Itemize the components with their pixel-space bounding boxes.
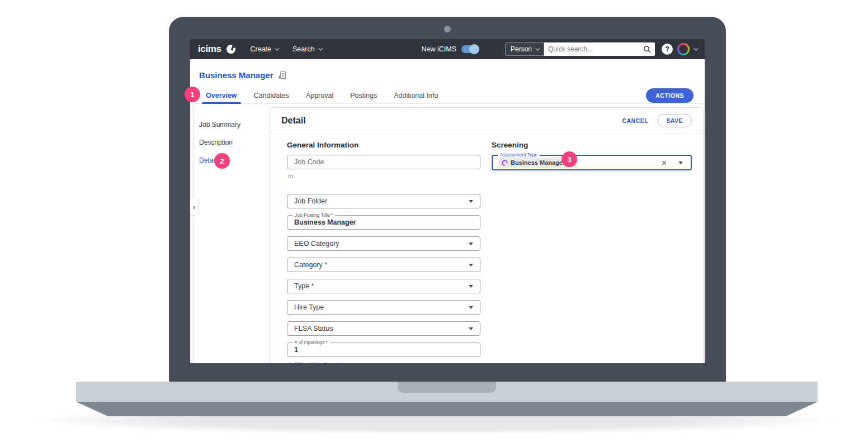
job-profile-icon	[278, 71, 286, 79]
screening-heading: Screening	[492, 141, 692, 149]
chevron-right-icon: ›	[193, 203, 195, 211]
detail-card-header: Detail CANCEL SAVE	[270, 108, 703, 134]
collapsed-panel-rail	[190, 104, 195, 363]
chevron-down-icon	[275, 46, 279, 50]
screening-section: Screening Assessment Type	[492, 141, 692, 363]
assessment-type-label: Assessment Type	[498, 152, 540, 158]
eeo-category-select[interactable]: EEO Category	[287, 236, 480, 251]
openings-value: 1	[294, 346, 298, 354]
openings-input[interactable]: # of Openings * 1	[287, 343, 480, 357]
job-posting-title-input[interactable]: Job Posting Title * Business Manager	[287, 215, 480, 230]
annotation-step-1: 1	[185, 87, 200, 102]
clear-icon[interactable]: ✕	[661, 159, 667, 167]
dropdown-caret-icon	[469, 200, 473, 203]
search-icon[interactable]	[643, 45, 651, 53]
sidebar-item-detail[interactable]: Detail	[199, 156, 270, 164]
hire-type-select[interactable]: Hire Type	[287, 300, 480, 315]
tab-bar: Overview Candidates Approval Postings Ad…	[190, 87, 705, 104]
search-scope-dropdown[interactable]: Person	[505, 42, 544, 56]
general-information-heading: General Information	[287, 141, 480, 149]
laptop-mockup: 1 2 3 icims Create Search	[0, 0, 868, 447]
laptop-base-edge	[76, 402, 818, 416]
tab-candidates[interactable]: Candidates	[254, 87, 289, 103]
profile-chevron-down-icon[interactable]	[694, 46, 698, 50]
remaining-openings-label: # of Remaining Openings	[288, 362, 480, 363]
assessment-chip-label: Business Manager	[511, 159, 565, 166]
save-button[interactable]: SAVE	[657, 114, 692, 127]
quick-search-group: Person	[505, 42, 655, 56]
chevron-down-icon	[535, 46, 540, 50]
laptop-base-notch	[398, 382, 496, 393]
content-body: › Job Summary Description Detail Detail …	[190, 104, 705, 363]
detail-card-columns: General Information Job Code ID Job Fold…	[270, 134, 703, 363]
job-folder-label: Job Folder	[294, 197, 327, 205]
dropdown-caret-icon	[469, 306, 473, 309]
laptop-base	[76, 382, 818, 402]
dropdown-caret-icon[interactable]	[678, 161, 683, 164]
dropdown-caret-icon	[469, 285, 473, 288]
category-select[interactable]: Category *	[287, 258, 480, 272]
assessment-vendor-icon	[502, 160, 508, 166]
icims-logo[interactable]: icims	[198, 44, 221, 55]
annotation-step-3: 3	[562, 151, 577, 167]
quick-search-box	[544, 42, 655, 56]
webcam-dot	[444, 26, 451, 32]
dropdown-caret-icon	[469, 327, 473, 330]
detail-card-title: Detail	[281, 116, 306, 126]
annotation-step-2: 2	[214, 153, 230, 169]
chevron-down-icon	[318, 46, 323, 50]
flsa-status-label: FLSA Status	[294, 325, 333, 332]
expand-panel-handle[interactable]: ›	[190, 198, 199, 215]
tab-overview[interactable]: Overview	[206, 87, 237, 103]
icims-logo-mark-icon	[227, 45, 235, 54]
sidebar-item-description[interactable]: Description	[199, 139, 270, 146]
dropdown-caret-icon	[469, 264, 473, 267]
tab-approval[interactable]: Approval	[306, 87, 333, 103]
create-menu[interactable]: Create	[250, 45, 278, 53]
new-icims-toggle[interactable]	[461, 45, 478, 53]
help-icon[interactable]: ?	[662, 44, 673, 55]
avatar[interactable]	[677, 43, 690, 55]
quick-search-input[interactable]	[548, 45, 643, 53]
cancel-button[interactable]: CANCEL	[622, 117, 648, 124]
avatar-image	[679, 45, 688, 54]
new-icims-label: New iCIMS	[421, 45, 456, 53]
section-sidebar: Job Summary Description Detail	[195, 104, 270, 363]
job-folder-select[interactable]: Job Folder	[287, 194, 480, 208]
new-icims-toggle-group: New iCIMS	[421, 45, 478, 53]
top-navbar: icims Create Search	[190, 39, 705, 59]
tab-additional-info[interactable]: Additional Info	[394, 87, 438, 103]
openings-label: # of Openings *	[293, 340, 330, 345]
app-screen: icims Create Search	[190, 39, 705, 363]
general-information-section: General Information Job Code ID Job Fold…	[287, 141, 480, 363]
job-code-input[interactable]: Job Code	[287, 155, 480, 169]
hire-type-label: Hire Type	[294, 303, 324, 311]
flsa-status-select[interactable]: FLSA Status	[287, 321, 480, 336]
actions-button[interactable]: ACTIONS	[646, 88, 694, 103]
search-menu[interactable]: Search	[293, 45, 322, 53]
sidebar-item-job-summary[interactable]: Job Summary	[199, 121, 270, 129]
assessment-type-field[interactable]: Assessment Type	[492, 155, 692, 170]
page-header: Business Manager	[190, 59, 705, 87]
toggle-knob	[469, 44, 479, 54]
search-scope-label: Person	[511, 45, 532, 53]
job-posting-title-label: Job Posting Title *	[293, 212, 335, 218]
dropdown-caret-icon	[469, 242, 473, 245]
page-title: Business Manager	[199, 70, 273, 80]
eeo-category-label: EEO Category	[294, 240, 339, 248]
type-label: Type *	[294, 282, 314, 290]
search-menu-label: Search	[293, 45, 315, 53]
type-select[interactable]: Type *	[287, 279, 480, 293]
create-menu-label: Create	[250, 45, 271, 53]
assessment-field-actions: ✕	[661, 159, 685, 167]
tab-postings[interactable]: Postings	[350, 87, 377, 103]
detail-card: Detail CANCEL SAVE General Information J…	[270, 107, 704, 363]
laptop-bezel: 1 2 3 icims Create Search	[169, 17, 726, 382]
job-posting-title-value: Business Manager	[294, 218, 356, 226]
id-label: ID	[288, 174, 480, 179]
category-label: Category *	[294, 261, 327, 269]
